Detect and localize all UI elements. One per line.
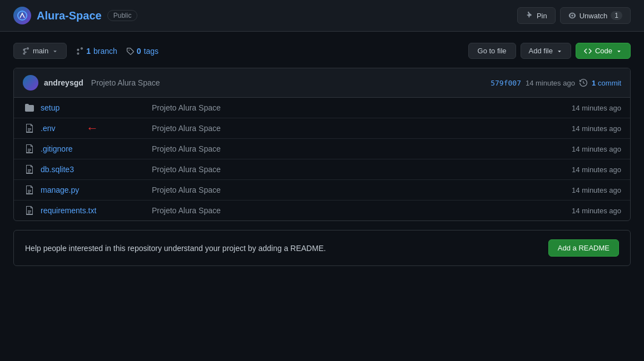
file-name[interactable]: .env <box>41 124 152 133</box>
unwatch-button[interactable]: Unwatch 1 <box>560 7 631 24</box>
commit-count-link[interactable]: 1 commit <box>592 79 621 87</box>
file-name[interactable]: .gitignore <box>41 144 152 153</box>
file-time: 14 minutes ago <box>572 186 621 194</box>
readme-text: Help people interested in this repositor… <box>25 244 326 253</box>
file-time: 14 minutes ago <box>572 104 621 112</box>
commit-author: andreysgd Projeto Alura Space <box>23 75 160 91</box>
table-row: db.sqlite3Projeto Alura Space14 minutes … <box>14 159 630 180</box>
file-time: 14 minutes ago <box>572 124 621 133</box>
folder-icon <box>23 103 36 112</box>
toolbar-right: Go to file Add file Code <box>468 43 631 59</box>
top-bar: Alura-Space Public Pin Unwatch 1 <box>0 0 644 32</box>
repo-box: andreysgd Projeto Alura Space 579f007 14… <box>13 68 631 221</box>
commit-right: 579f007 14 minutes ago 1 commit <box>491 79 621 87</box>
chevron-down-icon-addfile <box>556 48 563 54</box>
tag-count: 0 <box>137 47 141 56</box>
repo-logo <box>13 7 31 24</box>
tag-count-link[interactable]: 0 tags <box>126 47 158 56</box>
chevron-down-icon <box>52 48 58 54</box>
chevron-down-icon-code <box>616 48 622 54</box>
file-name[interactable]: setup <box>41 103 152 112</box>
table-row: requirements.txtProjeto Alura Space14 mi… <box>14 200 630 220</box>
add-readme-button[interactable]: Add a README <box>548 239 619 257</box>
branch-count-link[interactable]: 1 branch <box>76 47 117 56</box>
branch-label: branch <box>93 47 117 56</box>
file-commit-msg: Projeto Alura Space <box>152 124 572 133</box>
branches-icon <box>76 47 83 55</box>
author-name[interactable]: andreysgd <box>44 78 83 87</box>
goto-file-button[interactable]: Go to file <box>468 43 516 59</box>
file-commit-msg: Projeto Alura Space <box>152 185 572 194</box>
file-icon <box>23 185 36 194</box>
branch-selector[interactable]: main <box>13 43 67 59</box>
history-icon <box>579 79 587 87</box>
repo-title: Alura-Space Public <box>13 7 137 24</box>
commit-time: 14 minutes ago <box>526 79 575 87</box>
add-file-label: Add file <box>529 47 553 55</box>
file-name[interactable]: manage.py <box>41 185 152 194</box>
add-file-button[interactable]: Add file <box>521 43 571 59</box>
file-commit-msg: Projeto Alura Space <box>152 165 572 174</box>
toolbar: main 1 branch 0 tags <box>13 43 631 59</box>
branch-name: main <box>33 47 48 55</box>
file-icon <box>23 144 36 153</box>
branch-count: 1 <box>86 47 91 56</box>
file-icon <box>23 206 36 215</box>
code-button[interactable]: Code <box>576 43 631 59</box>
file-time: 14 minutes ago <box>572 166 621 174</box>
toolbar-left: main 1 branch 0 tags <box>13 43 158 59</box>
pin-icon <box>526 12 533 19</box>
file-commit-msg: Projeto Alura Space <box>152 144 572 153</box>
pin-button[interactable]: Pin <box>517 7 556 24</box>
code-label: Code <box>595 47 612 55</box>
file-icon <box>23 165 36 174</box>
top-actions: Pin Unwatch 1 <box>517 7 631 24</box>
commit-label: commit <box>598 79 621 87</box>
file-time: 14 minutes ago <box>572 145 621 153</box>
commit-count: 1 <box>592 79 596 87</box>
visibility-badge: Public <box>107 10 138 21</box>
commit-header: andreysgd Projeto Alura Space 579f007 14… <box>14 68 630 98</box>
file-list: setupProjeto Alura Space14 minutes ago.e… <box>14 98 630 220</box>
logo-icon <box>17 11 27 21</box>
file-name[interactable]: requirements.txt <box>41 206 152 215</box>
avatar <box>23 75 38 91</box>
commit-sha[interactable]: 579f007 <box>491 79 521 87</box>
tag-icon <box>126 47 134 55</box>
readme-banner: Help people interested in this repositor… <box>13 230 631 266</box>
tag-label: tags <box>144 47 158 56</box>
table-row: .gitignoreProjeto Alura Space14 minutes … <box>14 139 630 159</box>
table-row: setupProjeto Alura Space14 minutes ago <box>14 98 630 118</box>
eye-icon <box>568 12 576 19</box>
git-branch-icon <box>22 47 29 55</box>
repo-name[interactable]: Alura-Space <box>37 9 102 22</box>
table-row: manage.pyProjeto Alura Space14 minutes a… <box>14 180 630 200</box>
file-time: 14 minutes ago <box>572 207 621 215</box>
pin-label: Pin <box>537 12 547 20</box>
code-icon <box>584 47 592 55</box>
unwatch-count: 1 <box>611 11 622 20</box>
main-content: main 1 branch 0 tags <box>0 32 644 277</box>
file-icon <box>23 124 36 133</box>
file-name[interactable]: db.sqlite3 <box>41 165 152 174</box>
file-commit-msg: Projeto Alura Space <box>152 103 572 112</box>
file-commit-msg: Projeto Alura Space <box>152 206 572 215</box>
unwatch-label: Unwatch <box>579 12 608 20</box>
commit-message: Projeto Alura Space <box>91 78 160 87</box>
table-row: .envProjeto Alura Space14 minutes ago← <box>14 118 630 139</box>
